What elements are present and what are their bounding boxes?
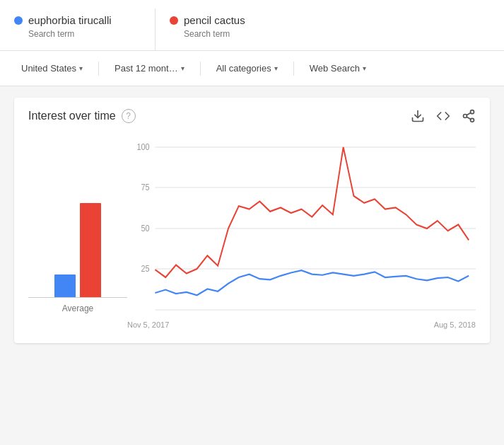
filter-bar: United States ▾ Past 12 mont… ▾ All cate…: [0, 51, 504, 86]
share-icon[interactable]: [462, 109, 476, 123]
category-filter[interactable]: All categories ▾: [209, 59, 285, 78]
search-type-chevron-icon: ▾: [363, 64, 366, 72]
category-label: All categories: [216, 63, 271, 74]
x-label-start: Nov 5, 2017: [127, 320, 169, 329]
search-type-filter[interactable]: Web Search ▾: [303, 59, 373, 78]
download-icon[interactable]: [411, 109, 425, 123]
euphorbia-sublabel: Search term: [28, 29, 141, 39]
x-label-end: Aug 5, 2018: [434, 320, 476, 329]
avg-label: Average: [62, 304, 93, 313]
time-filter[interactable]: Past 12 mont… ▾: [107, 59, 192, 78]
euphorbia-term: euphorbia tirucalli: [28, 14, 112, 26]
pencil-cactus-sublabel: Search term: [184, 29, 297, 39]
card-title-row: Interest over time ?: [28, 109, 136, 123]
card-title: Interest over time: [28, 110, 116, 122]
embed-icon[interactable]: [436, 109, 450, 123]
legend-item-euphorbia: euphorbia tirucalli Search term: [0, 8, 156, 50]
bar-container: [54, 134, 101, 297]
region-chevron-icon: ▾: [79, 64, 83, 72]
card-header: Interest over time ?: [14, 109, 490, 134]
avg-bar-red: [80, 203, 101, 297]
region-label: United States: [21, 63, 76, 74]
time-label: Past 12 mont…: [115, 63, 178, 74]
search-type-label: Web Search: [310, 63, 360, 74]
filter-divider-3: [293, 62, 294, 76]
time-chevron-icon: ▾: [181, 64, 184, 72]
pencil-cactus-term: pencil cactus: [184, 14, 245, 26]
pencil-cactus-dot: [170, 16, 178, 25]
category-chevron-icon: ▾: [274, 64, 278, 72]
avg-x-line: [28, 297, 127, 298]
average-section: Average: [28, 134, 127, 329]
red-line: [155, 147, 469, 277]
line-chart-section: 100 75 50 25 Nov 5, 2017 Aug 5, 2018: [127, 139, 476, 329]
interest-over-time-card: Interest over time ?: [14, 98, 490, 343]
svg-text:75: 75: [141, 183, 149, 192]
svg-text:100: 100: [136, 143, 149, 152]
card-actions: [411, 109, 476, 123]
line-chart-svg: 100 75 50 25: [127, 139, 476, 318]
avg-bar-blue: [54, 274, 76, 297]
euphorbia-dot: [14, 16, 23, 25]
x-labels: Nov 5, 2017 Aug 5, 2018: [127, 318, 476, 329]
chart-area: Average 100 75 50 25: [14, 134, 490, 329]
svg-line-5: [467, 112, 471, 115]
blue-line: [155, 270, 469, 295]
legend-item-pencil-cactus: pencil cactus Search term: [156, 8, 311, 50]
filter-divider-1: [98, 62, 99, 76]
svg-text:25: 25: [141, 265, 149, 274]
svg-line-4: [467, 117, 471, 119]
legend-row: euphorbia tirucalli Search term pencil c…: [0, 0, 504, 51]
svg-text:50: 50: [141, 224, 149, 233]
filter-divider-2: [200, 62, 201, 76]
help-icon[interactable]: ?: [122, 109, 136, 123]
region-filter[interactable]: United States ▾: [14, 59, 90, 78]
